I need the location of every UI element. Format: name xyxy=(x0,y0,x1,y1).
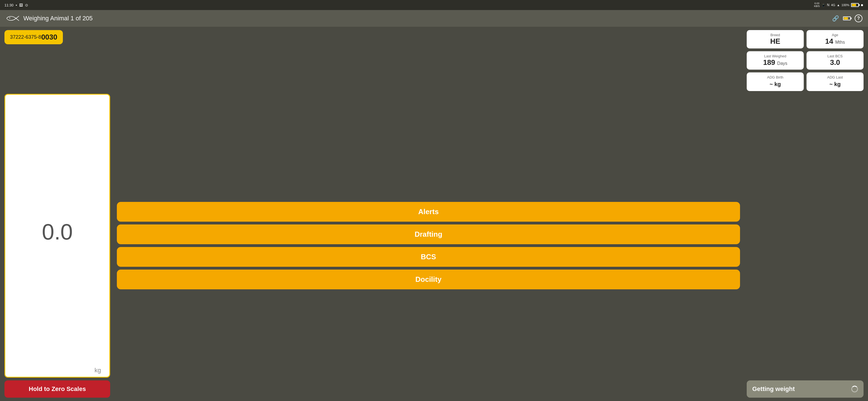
docility-button[interactable]: Docility xyxy=(117,269,740,289)
weight-display: 0.0 kg xyxy=(4,94,110,378)
hotspot-icon: ⊙ xyxy=(25,3,28,7)
left-column: 0.0 kg Hold to Zero Scales xyxy=(4,94,110,398)
header-title: Weighing Animal 1 of 205 xyxy=(23,15,93,22)
info-grid: Breed HE Age 14 Mths Last Weighed 189 Da… xyxy=(747,30,864,91)
bcs-button[interactable]: BCS xyxy=(117,247,740,267)
alerts-button[interactable]: Alerts xyxy=(117,202,740,222)
weight-unit: kg xyxy=(95,367,101,374)
age-label: Age xyxy=(832,33,838,37)
hold-to-zero-button[interactable]: Hold to Zero Scales xyxy=(4,380,110,398)
animal-vis: 372 xyxy=(10,34,18,40)
battery-icon xyxy=(851,3,859,7)
adg-last-label: ADG Last xyxy=(827,75,843,79)
battery-percent: 100% xyxy=(842,3,849,7)
breed-label: Breed xyxy=(770,33,780,37)
content-row: 0.0 kg Hold to Zero Scales Alerts Drafti… xyxy=(4,94,864,398)
header-left: Weighing Animal 1 of 205 xyxy=(6,15,93,22)
last-bcs-card: Last BCS 3.0 xyxy=(807,51,864,69)
header-icons: 🔗 ? xyxy=(832,15,862,22)
age-value: 14 Mths xyxy=(825,37,845,46)
status-bar: 11:30 ▪ 🖼 ⊙ 0.03 KB/S 📱 N 4G ▲ 100% ⏺ xyxy=(0,0,868,10)
signal-bars-icon: ▲ xyxy=(837,3,840,7)
right-column: Getting weight xyxy=(747,94,864,398)
last-bcs-value: 3.0 xyxy=(830,58,840,67)
getting-weight-label: Getting weight xyxy=(752,385,795,393)
middle-column: Alerts Drafting BCS Docility xyxy=(114,94,743,398)
animal-eid: 22-6375-8 xyxy=(18,34,41,40)
getting-weight-button[interactable]: Getting weight xyxy=(747,380,864,398)
help-icon[interactable]: ? xyxy=(855,15,862,22)
fish-logo xyxy=(6,15,20,22)
signal-4g-icon: 4G xyxy=(831,3,835,7)
time: 11:30 xyxy=(4,3,13,7)
drafting-button[interactable]: Drafting xyxy=(117,225,740,244)
adg-last-value: ~ kg xyxy=(829,79,841,88)
weight-value: 0.0 xyxy=(42,221,72,243)
main-content: 372 22-6375-8 0030 Breed HE Age 14 Mths … xyxy=(0,27,868,401)
svg-point-0 xyxy=(9,18,10,18)
header-battery-icon xyxy=(843,17,851,20)
phone-icon: 📱 xyxy=(822,3,826,7)
header: Weighing Animal 1 of 205 🔗 ? xyxy=(0,10,868,27)
last-weighed-label: Last Weighed xyxy=(764,54,786,58)
last-bcs-label: Last BCS xyxy=(827,54,843,58)
breed-value: HE xyxy=(770,37,780,46)
image-icon: 🖼 xyxy=(19,3,23,7)
network-speed: 0.03 KB/S xyxy=(814,2,820,8)
adg-birth-card: ADG Birth ~ kg xyxy=(747,73,804,91)
breed-card: Breed HE xyxy=(747,30,804,49)
last-weighed-card: Last Weighed 189 Days xyxy=(747,51,804,69)
loading-spinner xyxy=(851,386,858,392)
nfc-icon: N xyxy=(827,3,830,7)
sim-icon: ▪ xyxy=(16,3,17,7)
animal-vid: 0030 xyxy=(41,33,57,41)
record-icon: ⏺ xyxy=(861,3,864,7)
status-right: 0.03 KB/S 📱 N 4G ▲ 100% ⏺ xyxy=(814,2,864,8)
last-weighed-value: 189 Days xyxy=(763,58,787,67)
status-left: 11:30 ▪ 🖼 ⊙ xyxy=(4,3,28,7)
adg-birth-label: ADG Birth xyxy=(767,75,783,79)
link-icon[interactable]: 🔗 xyxy=(832,15,839,22)
age-card: Age 14 Mths xyxy=(807,30,864,49)
adg-last-card: ADG Last ~ kg xyxy=(807,73,864,91)
adg-birth-value: ~ kg xyxy=(770,79,781,88)
animal-id-bar: 372 22-6375-8 0030 xyxy=(4,30,63,44)
